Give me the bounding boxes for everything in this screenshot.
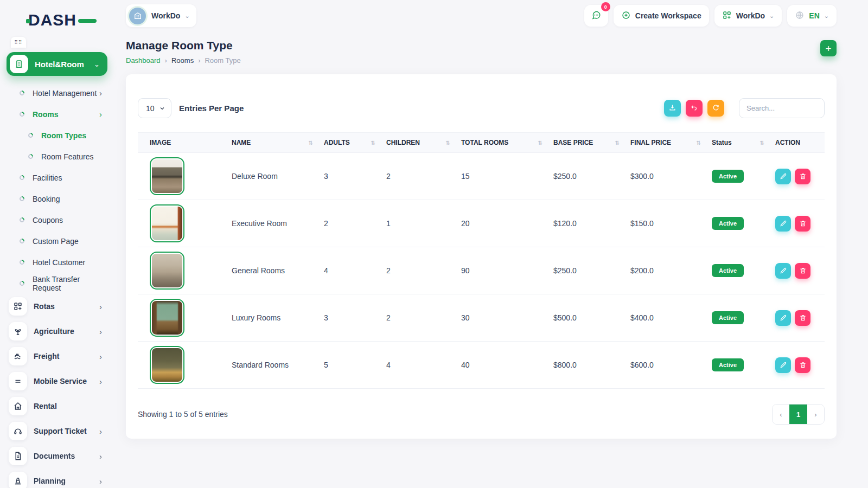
- adults-count: 3: [324, 172, 328, 181]
- sidebar-item-planning[interactable]: Planning›: [0, 468, 114, 488]
- sidebar-item-rooms[interactable]: Rooms›: [0, 104, 114, 125]
- breadcrumb-separator: ›: [198, 56, 200, 65]
- page-header: Manage Room Type Dashboard›Rooms›Room Ty…: [126, 39, 837, 65]
- sidebar-item-bank-transfer-request[interactable]: Bank Transfer Request: [0, 273, 114, 294]
- undo-button[interactable]: [686, 100, 703, 117]
- column-header-adults[interactable]: ADULTS⇅: [318, 133, 381, 153]
- total-rooms-count: 90: [461, 266, 470, 275]
- cell-base-price: $250.0: [548, 247, 625, 294]
- delete-button[interactable]: [795, 357, 810, 373]
- column-header-label: ADULTS: [324, 139, 350, 146]
- add-room-type-button[interactable]: +: [820, 40, 837, 56]
- edit-button[interactable]: [775, 263, 791, 279]
- language-selector[interactable]: EN ⌄: [787, 5, 837, 27]
- edit-button[interactable]: [775, 357, 791, 373]
- delete-button[interactable]: [795, 310, 810, 326]
- edit-button[interactable]: [775, 169, 791, 184]
- final-price: $150.0: [630, 219, 654, 228]
- sidebar-modules: Rotas›Agriculture›Freight›Mobile Service…: [0, 294, 114, 488]
- room-name: Luxury Rooms: [232, 313, 280, 322]
- delete-button[interactable]: [795, 216, 810, 232]
- cell-final-price: $200.0: [625, 247, 706, 294]
- sidebar-item-room-types[interactable]: Room Types: [0, 125, 114, 146]
- table-row: General Rooms4290$250.0$200.0Active: [138, 247, 825, 294]
- breadcrumb-item-dashboard[interactable]: Dashboard: [126, 56, 161, 65]
- sort-icon[interactable]: ⇅: [538, 140, 542, 146]
- pagination: ‹ 1 ›: [772, 404, 825, 425]
- pagination-page-1[interactable]: 1: [789, 404, 807, 424]
- table-body: Deluxe Room3215$250.0$300.0ActiveExecuti…: [138, 153, 825, 389]
- adults-count: 5: [324, 361, 328, 369]
- cell-actions: [770, 200, 825, 247]
- sidebar-item-agriculture[interactable]: Agriculture›: [0, 319, 114, 344]
- room-name: General Rooms: [232, 266, 285, 275]
- workspace-avatar: [129, 8, 146, 24]
- workspace-selector[interactable]: WorkDo ⌄: [126, 4, 196, 27]
- sidebar-item-support-ticket[interactable]: Support Ticket›: [0, 419, 114, 444]
- search-input[interactable]: [739, 98, 825, 118]
- base-price: $800.0: [553, 361, 577, 369]
- cell-status: Active: [706, 200, 770, 247]
- delete-button[interactable]: [795, 263, 810, 279]
- refresh-icon: [712, 104, 720, 113]
- column-header-action[interactable]: ACTION: [770, 133, 825, 153]
- sort-icon[interactable]: ⇅: [760, 140, 764, 146]
- column-header-base-price[interactable]: BASE PRICE⇅: [548, 133, 625, 153]
- messages-button[interactable]: 0: [584, 5, 608, 27]
- general-room-photo: [150, 252, 184, 290]
- status-badge: Active: [712, 170, 744, 183]
- sidebar-item-mobile-service[interactable]: Mobile Service›: [0, 369, 114, 394]
- sidebar-item-freight[interactable]: Freight›: [0, 344, 114, 369]
- chevron-right-icon: ›: [99, 452, 102, 461]
- cell-status: Active: [706, 247, 770, 294]
- workdo-menu-button[interactable]: WorkDo ⌄: [714, 5, 782, 27]
- room-image-cell: [138, 342, 226, 389]
- refresh-button[interactable]: [707, 100, 724, 117]
- headset-icon: [9, 422, 27, 440]
- sidebar-item-hotel-management[interactable]: Hotel Management›: [0, 82, 114, 104]
- workspace-name: WorkDo: [151, 11, 180, 20]
- export-button[interactable]: [664, 100, 681, 117]
- sort-icon[interactable]: ⇅: [446, 140, 450, 146]
- column-header-name[interactable]: NAME⇅: [226, 133, 318, 153]
- breadcrumb-item-rooms[interactable]: Rooms: [171, 56, 194, 65]
- column-header-image[interactable]: IMAGE: [138, 133, 226, 153]
- delete-button[interactable]: [795, 169, 810, 184]
- main-area: WorkDo ⌄ 0 Create Workspac: [114, 0, 868, 439]
- deluxe-room-photo: [150, 157, 184, 195]
- sidebar-item-documents[interactable]: Documents›: [0, 444, 114, 468]
- sidebar-item-label: Room Types: [41, 131, 102, 140]
- sidebar-item-coupons[interactable]: Coupons: [0, 209, 114, 230]
- column-header-label: TOTAL ROOMS: [461, 139, 508, 146]
- sidebar-collapse-toggle-icon[interactable]: ⠿⠿: [11, 37, 26, 48]
- column-header-final-price[interactable]: FINAL PRICE⇅: [625, 133, 706, 153]
- column-header-status[interactable]: Status⇅: [706, 133, 770, 153]
- sidebar-item-hotel-customer[interactable]: Hotel Customer: [0, 252, 114, 273]
- pagination-next-button[interactable]: ›: [807, 404, 824, 424]
- sort-icon[interactable]: ⇅: [697, 140, 701, 146]
- final-price: $400.0: [630, 313, 654, 322]
- entries-per-page-select[interactable]: 10: [138, 98, 171, 118]
- column-header-children[interactable]: CHILDREN⇅: [381, 133, 456, 153]
- sort-icon[interactable]: ⇅: [615, 140, 620, 146]
- create-workspace-button[interactable]: Create Workspace: [614, 5, 709, 27]
- column-header-total-rooms[interactable]: TOTAL ROOMS⇅: [456, 133, 548, 153]
- sort-icon[interactable]: ⇅: [371, 140, 375, 146]
- circle-bullet-icon: [18, 259, 25, 266]
- chevron-right-icon: ›: [99, 110, 102, 118]
- chat-bubble-icon: [591, 10, 601, 22]
- sidebar-item-room-features[interactable]: Room Features: [0, 146, 114, 167]
- cell-room-name: Luxury Rooms: [226, 294, 318, 342]
- edit-button[interactable]: [775, 216, 791, 232]
- cell-base-price: $120.0: [548, 200, 625, 247]
- sidebar-item-booking[interactable]: Booking: [0, 188, 114, 209]
- sort-icon[interactable]: ⇅: [309, 140, 313, 146]
- sidebar-item-rotas[interactable]: Rotas›: [0, 294, 114, 319]
- sidebar-item-facilities[interactable]: Facilities: [0, 167, 114, 188]
- sidebar-group-hotel-room[interactable]: Hotel&Room ⌄: [7, 52, 107, 76]
- sidebar-item-custom-page[interactable]: Custom Page: [0, 230, 114, 252]
- sidebar-item-label: Hotel Management: [33, 89, 99, 98]
- pagination-prev-button[interactable]: ‹: [773, 404, 789, 424]
- edit-button[interactable]: [775, 310, 791, 326]
- sidebar-item-rental[interactable]: Rental: [0, 394, 114, 419]
